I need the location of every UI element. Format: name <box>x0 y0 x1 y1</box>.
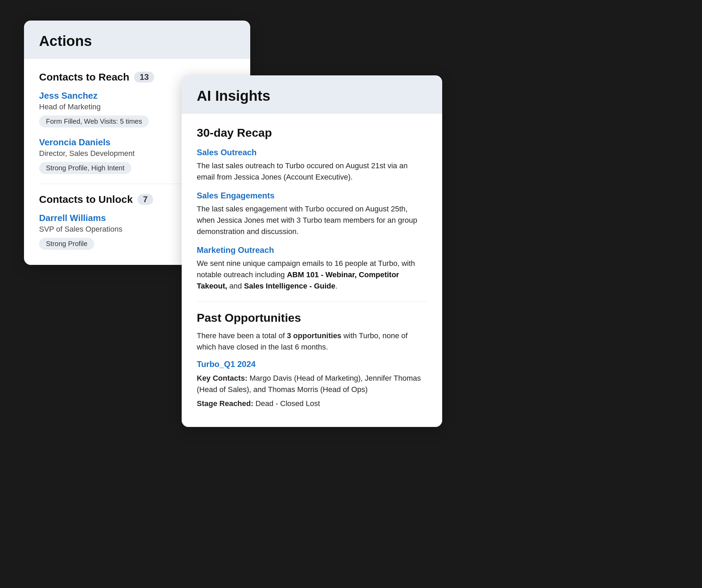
ai-header: AI Insights <box>182 75 442 114</box>
marketing-outreach-text: We sent nine unique campaign emails to 1… <box>197 258 427 292</box>
contact-name-veroncia[interactable]: Veroncia Daniels <box>39 137 206 148</box>
actions-header: Actions <box>24 21 250 59</box>
marketing-outreach-label: Marketing Outreach <box>197 245 427 255</box>
contacts-to-unlock-badge: 7 <box>137 194 153 205</box>
contact-info-jess: Jess Sanchez Head of Marketing Form Fill… <box>39 90 206 127</box>
sales-engagements-section: Sales Engagements The last sales engagem… <box>197 191 427 237</box>
contact-tag-veroncia: Strong Profile, High Intent <box>39 162 131 174</box>
ai-divider <box>197 301 427 302</box>
opp-stage: Stage Reached: Dead - Closed Lost <box>197 398 427 409</box>
contact-title-veroncia: Director, Sales Development <box>39 149 206 158</box>
contact-tag-jess: Form Filled, Web Visits: 5 times <box>39 115 149 127</box>
contact-tag-darrell: Strong Profile <box>39 238 94 250</box>
contact-name-jess[interactable]: Jess Sanchez <box>39 90 206 101</box>
opp-name-turbo-q1[interactable]: Turbo_Q1 2024 <box>197 359 427 369</box>
sales-engagements-text: The last sales engagement with Turbo occ… <box>197 203 427 237</box>
contact-title-jess: Head of Marketing <box>39 102 206 111</box>
recap-title: 30-day Recap <box>197 126 427 139</box>
contact-info-darrell: Darrell Williams SVP of Sales Operations… <box>39 213 206 250</box>
ai-insights-card: AI Insights 30-day Recap Sales Outreach … <box>182 75 442 427</box>
ai-title: AI Insights <box>197 88 427 104</box>
contact-name-darrell[interactable]: Darrell Williams <box>39 213 206 223</box>
sales-outreach-label: Sales Outreach <box>197 148 427 157</box>
contact-title-darrell: SVP of Sales Operations <box>39 225 206 234</box>
sales-outreach-text: The last sales outreach to Turbo occured… <box>197 160 427 183</box>
actions-title: Actions <box>39 33 235 49</box>
ai-body: 30-day Recap Sales Outreach The last sal… <box>182 114 442 427</box>
past-opps-summary: There have been a total of 3 opportuniti… <box>197 330 427 353</box>
sales-engagements-label: Sales Engagements <box>197 191 427 200</box>
opp-key-contacts: Key Contacts: Margo Davis (Head of Marke… <box>197 372 427 395</box>
past-opps-title: Past Opportunities <box>197 311 427 324</box>
contact-info-veroncia: Veroncia Daniels Director, Sales Develop… <box>39 137 206 174</box>
sales-outreach-section: Sales Outreach The last sales outreach t… <box>197 148 427 183</box>
marketing-outreach-section: Marketing Outreach We sent nine unique c… <box>197 245 427 292</box>
contacts-to-reach-badge: 13 <box>134 72 154 83</box>
